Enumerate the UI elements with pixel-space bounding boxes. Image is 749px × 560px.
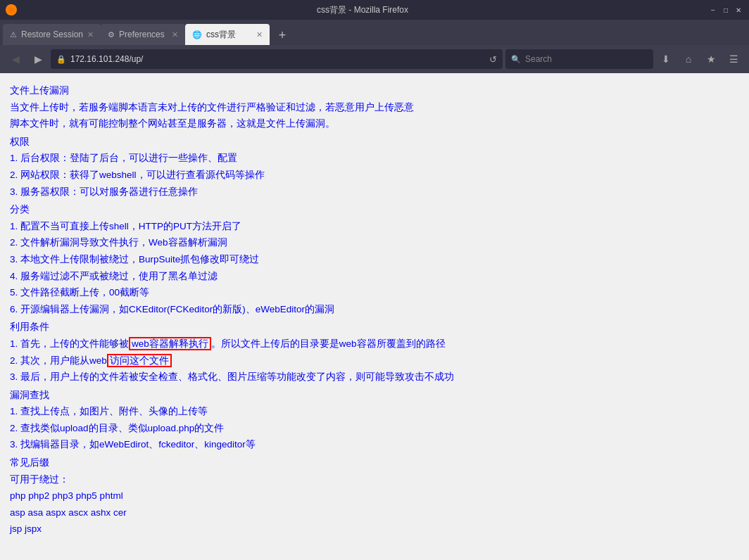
tab-bar: ⚠ Restore Session ✕ ⚙ Preferences ✕ 🌐 cs…	[0, 20, 749, 45]
window-title: css背景 - Mozilla Firefox	[17, 4, 708, 16]
permission-item3: 3. 服务器权限：可以对服务器进行任意操作	[10, 184, 739, 200]
section-extensions: 常见后缀	[10, 455, 739, 471]
condition-item1: 1. 首先，上传的文件能够被web容器解释执行。所以文件上传后的目录要是web容…	[10, 336, 739, 352]
condition1-pre: 1. 首先，上传的文件能够被	[10, 338, 129, 349]
page-icon: 🌐	[192, 30, 202, 39]
close-button[interactable]: ✕	[734, 5, 743, 15]
tab-preferences-close[interactable]: ✕	[172, 30, 178, 39]
bypass-jsp: jsp jspx	[10, 521, 739, 537]
condition2-highlight: 访问这个文件	[107, 354, 172, 367]
search-placeholder: Search	[525, 54, 552, 64]
search-icon: 🔍	[511, 55, 521, 64]
menu-button[interactable]: ☰	[724, 49, 743, 69]
category-item3: 3. 本地文件上传限制被绕过，BurpSuite抓包修改即可绕过	[10, 252, 739, 267]
tab-preferences[interactable]: ⚙ Preferences ✕	[101, 24, 185, 45]
refresh-button[interactable]: ↺	[489, 54, 497, 65]
search-bar[interactable]: 🔍 Search	[505, 49, 653, 69]
title-bar-left	[6, 4, 17, 15]
tab-restore-label: Restore Session	[21, 30, 83, 39]
category-item2: 2. 文件解析漏洞导致文件执行，Web容器解析漏洞	[10, 235, 739, 250]
condition-item2: 2. 其次，用户能从web访问这个文件	[10, 353, 739, 369]
bypass-asp: asp asa aspx ascx ashx cer	[10, 505, 739, 521]
back-button[interactable]: ◀	[6, 49, 25, 69]
category-item5: 5. 文件路径截断上传，00截断等	[10, 285, 739, 300]
main-title: 文件上传漏洞	[10, 83, 739, 98]
tab-restore-session[interactable]: ⚠ Restore Session ✕	[3, 24, 101, 45]
new-tab-button[interactable]: +	[272, 25, 292, 45]
firefox-logo-icon	[6, 4, 17, 15]
intro-line1: 当文件上传时，若服务端脚本语言未对上传的文件进行严格验证和过滤，若恶意用户上传恶…	[10, 100, 739, 115]
minimize-button[interactable]: −	[708, 5, 718, 15]
condition1-highlight: web容器解释执行	[129, 337, 211, 350]
tab-css[interactable]: 🌐 css背景 ✕	[185, 24, 270, 45]
bookmarks-button[interactable]: ★	[701, 49, 721, 69]
intro-line2: 脚本文件时，就有可能控制整个网站甚至是服务器，这就是文件上传漏洞。	[10, 116, 739, 132]
url-text: 172.16.101.248/up/	[70, 54, 485, 64]
permission-item2-pre: 2. 网站权限：获得了	[10, 170, 99, 180]
permission-item2-post: ，可以进行查看源代码等操作	[137, 170, 265, 180]
warning-icon: ⚠	[10, 30, 17, 39]
downloads-button[interactable]: ⬇	[656, 49, 676, 69]
find-item1: 1. 查找上传点，如图片、附件、头像的上传等	[10, 404, 739, 419]
gear-icon: ⚙	[108, 30, 115, 39]
window-controls: − □ ✕	[708, 5, 743, 15]
bypass-php: php php2 php3 php5 phtml	[10, 488, 739, 504]
permission-item2: 2. 网站权限：获得了webshell，可以进行查看源代码等操作	[10, 167, 739, 183]
lock-icon: 🔒	[56, 55, 66, 64]
tab-css-close[interactable]: ✕	[256, 30, 263, 39]
tab-preferences-label: Preferences	[119, 30, 168, 39]
page-content: 文件上传漏洞 当文件上传时，若服务端脚本语言未对上传的文件进行严格验证和过滤，若…	[0, 73, 749, 560]
title-bar: css背景 - Mozilla Firefox − □ ✕	[0, 0, 749, 20]
category-item1: 1. 配置不当可直接上传shell，HTTP的PUT方法开启了	[10, 219, 739, 234]
bypass-intro: 可用于绕过：	[10, 472, 739, 488]
navigation-bar: ◀ ▶ 🔒 172.16.101.248/up/ ↺ 🔍 Search ⬇ ⌂ …	[0, 45, 749, 73]
category-item6: 6. 开源编辑器上传漏洞，如CKEditor(FCKeditor的新版)、eWe…	[10, 302, 739, 317]
webshell-link[interactable]: webshell	[99, 170, 137, 180]
maximize-button[interactable]: □	[721, 5, 731, 15]
find-item2: 2. 查找类似upload的目录、类似upload.php的文件	[10, 421, 739, 436]
section-find: 漏洞查找	[10, 388, 739, 403]
find-item3: 3. 找编辑器目录，如eWebEdirot、fckeditor、kingedit…	[10, 437, 739, 452]
permission-item1: 1. 后台权限：登陆了后台，可以进行一些操作、配置	[10, 151, 739, 166]
condition1-post: 。所以文件上传后的目录要是web容器所覆盖到的路径	[211, 338, 446, 349]
tab-css-label: css背景	[206, 29, 252, 41]
section-conditions: 利用条件	[10, 319, 739, 335]
url-bar[interactable]: 🔒 172.16.101.248/up/ ↺	[51, 49, 503, 69]
condition2-pre: 2. 其次，用户能从web	[10, 355, 107, 366]
forward-button[interactable]: ▶	[28, 49, 48, 69]
section-permission: 权限	[10, 134, 739, 150]
tab-restore-close[interactable]: ✕	[87, 30, 94, 39]
home-button[interactable]: ⌂	[679, 49, 698, 69]
section-category: 分类	[10, 202, 739, 217]
category-item4: 4. 服务端过滤不严或被绕过，使用了黑名单过滤	[10, 269, 739, 284]
condition-item3: 3. 最后，用户上传的文件若被安全检查、格式化、图片压缩等功能改变了内容，则可能…	[10, 369, 739, 385]
